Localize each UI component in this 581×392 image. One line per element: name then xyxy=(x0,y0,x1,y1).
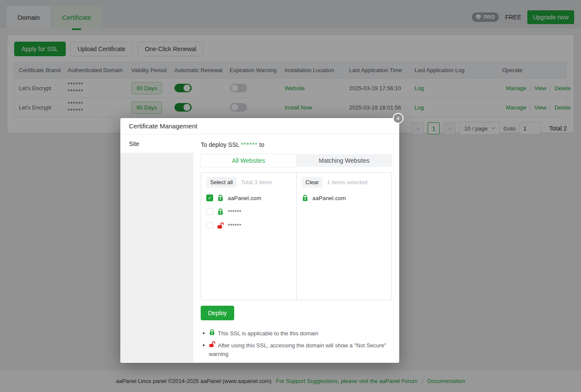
secure-lock-icon xyxy=(217,208,224,215)
checkbox-checked[interactable]: ✓ xyxy=(206,194,213,201)
modal-sidebar: Site xyxy=(120,134,193,362)
bullet-icon xyxy=(203,332,205,334)
list-item[interactable]: ✓ aaPanel.com xyxy=(201,191,296,205)
source-count: Total 3 items xyxy=(241,179,272,185)
deploy-button[interactable]: Deploy xyxy=(201,306,234,320)
insecure-lock-icon xyxy=(217,222,224,229)
note-text: This SSL is applicable to the this domai… xyxy=(218,330,318,337)
list-item[interactable]: ****** xyxy=(201,205,296,219)
website-scope-tabs: All Websites Matching Websites xyxy=(201,154,392,167)
site-label: aaPanel.com xyxy=(312,195,346,201)
modal-title: Certificate Management xyxy=(120,118,399,134)
site-label: ****** xyxy=(228,222,242,229)
secure-lock-icon xyxy=(217,194,224,201)
selected-count: 1 items selected xyxy=(327,179,367,185)
certificate-management-modal: × Certificate Management Site To deploy … xyxy=(120,118,399,363)
site-label: aaPanel.com xyxy=(228,195,261,201)
note-text: After using this SSL, accessing the doma… xyxy=(209,342,386,357)
secure-lock-icon xyxy=(209,329,218,335)
ssl-notes: This SSL is applicable to the this domai… xyxy=(201,329,392,359)
deploy-ssl-text: To deploy SSL ****** to xyxy=(201,141,392,148)
secure-lock-icon xyxy=(302,194,309,201)
website-transfer-list: Select all Total 3 items ✓ aaPanel.com xyxy=(201,172,392,300)
close-icon: × xyxy=(396,115,400,122)
deploy-text-suffix: to xyxy=(259,141,264,148)
select-all-button[interactable]: Select all xyxy=(206,177,237,188)
clear-button[interactable]: Clear xyxy=(302,177,323,188)
bullet-icon xyxy=(203,344,205,346)
tab-all-websites[interactable]: All Websites xyxy=(201,154,297,167)
list-item[interactable]: aaPanel.com xyxy=(297,191,391,205)
deploy-text-prefix: To deploy SSL xyxy=(201,141,239,148)
ssl-name: ****** xyxy=(241,141,258,148)
sidebar-item-site[interactable]: Site xyxy=(120,134,193,153)
close-button[interactable]: × xyxy=(393,113,404,124)
insecure-lock-icon xyxy=(209,341,218,347)
transfer-target-panel: Clear 1 items selected aaPanel.com xyxy=(297,173,391,300)
checkbox-unchecked[interactable] xyxy=(206,208,213,215)
list-item[interactable]: ****** xyxy=(201,219,296,232)
check-icon: ✓ xyxy=(208,195,211,201)
modal-content: To deploy SSL ****** to All Websites Mat… xyxy=(193,134,399,362)
checkbox-unchecked[interactable] xyxy=(206,222,213,229)
note-insecure: After using this SSL, accessing the doma… xyxy=(201,341,392,359)
tab-matching-websites[interactable]: Matching Websites xyxy=(297,154,392,167)
transfer-source-panel: Select all Total 3 items ✓ aaPanel.com xyxy=(201,173,297,300)
note-secure: This SSL is applicable to the this domai… xyxy=(201,329,392,338)
site-label: ****** xyxy=(228,209,242,215)
